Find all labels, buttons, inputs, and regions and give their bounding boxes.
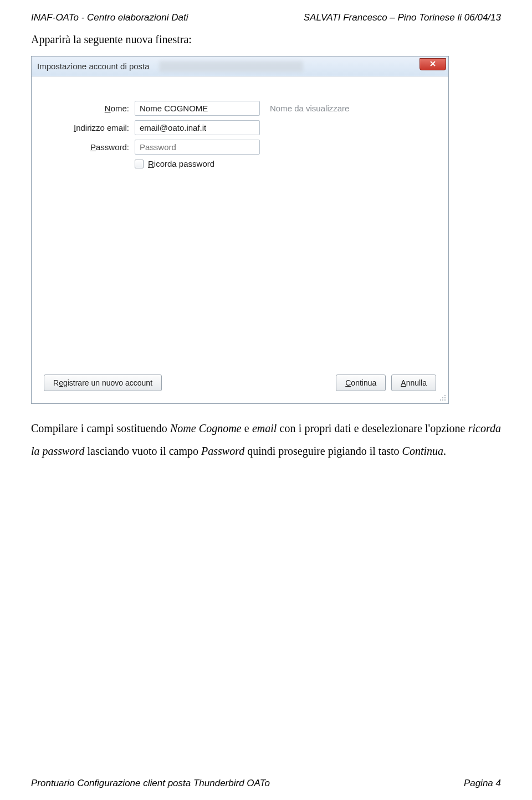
p1d: email xyxy=(252,422,277,434)
intro-text: Apparirà la seguente nuova finestra: xyxy=(0,23,532,52)
continue-button[interactable]: Continua xyxy=(336,375,386,391)
p1g: lasciando vuoto il campo xyxy=(85,445,202,457)
label-pwd-post: assword: xyxy=(96,142,129,152)
cancel-button[interactable]: Annulla xyxy=(391,375,436,391)
p1h: Password xyxy=(201,445,244,457)
page-footer: Prontuario Configurazione client posta T… xyxy=(31,778,501,789)
register-post: gistrare un nuovo account xyxy=(63,378,152,387)
register-account-button[interactable]: Registrare un nuovo account xyxy=(44,375,162,391)
cancel-post: nnulla xyxy=(406,378,427,387)
remember-checkbox[interactable] xyxy=(135,160,144,168)
email-input[interactable] xyxy=(135,120,260,135)
right-button-group: Continua Annulla xyxy=(336,375,436,391)
row-name: Nome: Nome da visualizzare xyxy=(47,101,433,116)
dialog-button-row: Registrare un nuovo account Continua Ann… xyxy=(44,375,436,391)
svg-point-5 xyxy=(444,399,446,401)
remember-post: icorda password xyxy=(154,159,214,168)
password-input[interactable] xyxy=(135,140,260,155)
continue-ul: C xyxy=(345,378,351,387)
resize-grip-icon[interactable] xyxy=(438,393,447,402)
register-pre: R xyxy=(53,378,59,387)
row-remember: Ricorda password xyxy=(135,159,433,168)
label-password: Password: xyxy=(47,142,135,152)
row-email: Indirizzo email: xyxy=(47,120,433,135)
dialog-titlebar: Impostazione account di posta xyxy=(32,57,448,76)
row-password: Password: xyxy=(47,140,433,155)
close-button[interactable] xyxy=(420,58,446,70)
page-header: INAF-OATo - Centro elaborazioni Dati SAL… xyxy=(0,0,532,23)
header-left: INAF-OATo - Centro elaborazioni Dati xyxy=(31,12,188,23)
label-name-post: ome: xyxy=(111,104,129,113)
p1i: quindi proseguire pigiando il tasto xyxy=(244,445,402,457)
cancel-ul: A xyxy=(401,378,406,387)
mail-setup-dialog: Impostazione account di posta Nome: Nome… xyxy=(31,56,449,404)
svg-point-0 xyxy=(444,395,446,396)
footer-left: Prontuario Configurazione client posta T… xyxy=(31,778,270,789)
remember-label: Ricorda password xyxy=(148,159,214,168)
name-input[interactable] xyxy=(135,101,260,116)
p1c: e xyxy=(242,422,252,434)
header-right: SALVATI Francesco – Pino Torinese li 06/… xyxy=(304,12,501,23)
p1k: . xyxy=(443,445,446,457)
footer-right: Pagina 4 xyxy=(464,778,501,789)
dialog-title: Impostazione account di posta xyxy=(37,61,150,71)
label-pwd-ul: P xyxy=(90,142,96,152)
label-email: Indirizzo email: xyxy=(47,123,135,132)
svg-point-3 xyxy=(440,399,441,401)
p1e: con i propri dati e deselezionare l'opzi… xyxy=(277,422,468,434)
label-name-ul: N xyxy=(105,104,111,113)
dialog-body: Nome: Nome da visualizzare Indirizzo ema… xyxy=(32,76,448,403)
name-hint: Nome da visualizzare xyxy=(270,104,349,113)
p1b: Nome Cognome xyxy=(170,422,242,434)
titlebar-blur-region xyxy=(159,61,303,72)
label-email-post: ndirizzo email: xyxy=(76,123,129,132)
svg-point-2 xyxy=(444,397,446,398)
remember-ul: R xyxy=(148,159,154,168)
p1j: Continua xyxy=(402,445,443,457)
svg-point-4 xyxy=(442,399,443,401)
close-icon xyxy=(429,59,436,69)
p1a: Compilare i campi sostituendo xyxy=(31,422,170,434)
svg-point-1 xyxy=(442,397,443,398)
label-name: Nome: xyxy=(47,104,135,113)
register-ul: e xyxy=(59,378,63,387)
continue-post: ontinua xyxy=(351,378,376,387)
instruction-paragraph: Compilare i campi sostituendo Nome Cogno… xyxy=(0,404,532,463)
